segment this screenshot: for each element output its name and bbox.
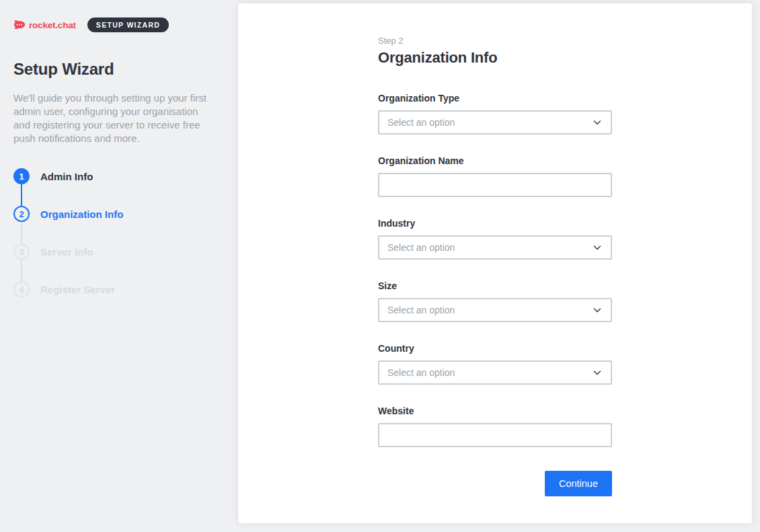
select-placeholder: Select an option (387, 367, 455, 378)
chevron-down-icon (592, 242, 603, 253)
step-label: Register Server (40, 284, 115, 295)
organization-name-input[interactable] (378, 173, 612, 197)
field-label-country: Country (378, 343, 612, 354)
logo-row: rocket.chat SETUP WIZARD (13, 17, 219, 32)
select-placeholder: Select an option (387, 117, 455, 128)
sidebar-description: We'll guide you through setting up your … (13, 91, 210, 145)
rocketchat-logo: rocket.chat (13, 19, 76, 31)
chevron-down-icon (592, 367, 603, 378)
field-group-organization-name: Organization Name (378, 155, 612, 197)
sidebar-step-organization-info: 2 Organization Info (13, 206, 219, 222)
step-number-circle: 4 (13, 281, 30, 297)
form-title: Organization Info (378, 49, 612, 67)
setup-sidebar: rocket.chat SETUP WIZARD Setup Wizard We… (0, 0, 238, 532)
field-group-country: Country Select an option (378, 343, 612, 385)
step-label: Admin Info (40, 171, 93, 182)
website-input[interactable] (378, 423, 612, 447)
organization-type-select[interactable]: Select an option (378, 110, 612, 135)
field-group-website: Website (378, 406, 612, 447)
sidebar-step-server-info: 3 Server Info (13, 243, 219, 260)
continue-button[interactable]: Continue (545, 471, 612, 496)
rocketchat-logo-icon (13, 19, 26, 31)
select-placeholder: Select an option (387, 305, 455, 315)
field-group-industry: Industry Select an option (378, 218, 612, 260)
industry-select[interactable]: Select an option (378, 235, 612, 260)
step-number-circle: 2 (13, 206, 30, 222)
chevron-down-icon (592, 305, 603, 315)
wizard-panel: Step 2 Organization Info Organization Ty… (238, 3, 752, 523)
step-connector-line (21, 260, 22, 281)
setup-wizard-badge: SETUP WIZARD (87, 17, 169, 33)
sidebar-title: Setup Wizard (13, 60, 219, 79)
steps-list: 1 Admin Info 2 Organization Info 3 Serve… (13, 168, 219, 297)
country-select[interactable]: Select an option (378, 360, 612, 385)
organization-info-form: Step 2 Organization Info Organization Ty… (378, 36, 612, 496)
field-label-size: Size (378, 280, 612, 291)
field-group-size: Size Select an option (378, 280, 612, 322)
select-placeholder: Select an option (387, 242, 455, 253)
step-connector-line (21, 222, 22, 243)
step-number-circle: 1 (13, 168, 30, 184)
form-actions: Continue (378, 471, 612, 496)
step-label: Organization Info (40, 208, 123, 220)
step-number-circle: 3 (13, 243, 30, 260)
field-group-organization-type: Organization Type Select an option (378, 93, 612, 135)
step-indicator: Step 2 (378, 36, 612, 46)
field-label-industry: Industry (378, 218, 612, 229)
field-label-organization-type: Organization Type (378, 93, 612, 104)
sidebar-step-register-server: 4 Register Server (13, 281, 219, 297)
step-connector-line (21, 184, 22, 206)
chevron-down-icon (592, 117, 603, 128)
step-label: Server Info (40, 246, 93, 258)
logo-wordmark: rocket.chat (29, 20, 76, 30)
field-label-organization-name: Organization Name (378, 155, 612, 166)
size-select[interactable]: Select an option (378, 298, 612, 322)
form-fields: Organization Type Select an option Organ… (378, 93, 612, 447)
sidebar-step-admin-info: 1 Admin Info (13, 168, 219, 184)
field-label-website: Website (378, 406, 612, 416)
